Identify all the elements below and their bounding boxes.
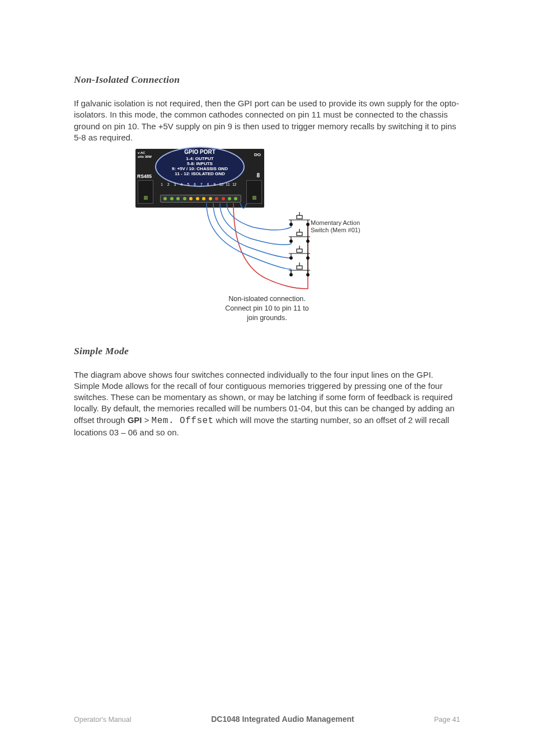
svg-rect-5: [297, 215, 302, 219]
pin-num: 3: [173, 182, 177, 186]
heading-non-isolated: Non-Isolated Connection: [74, 74, 460, 86]
panel-eight: 8: [256, 172, 260, 179]
terminal-dot: [176, 197, 180, 200]
pin-num: 8: [206, 182, 210, 186]
footer-right: Page 41: [434, 716, 460, 724]
svg-rect-12: [297, 232, 302, 236]
svg-point-0: [290, 223, 293, 226]
pin-num: 10: [219, 182, 223, 186]
panel-ac-line1: v AC: [138, 151, 145, 154]
terminal-dot: [202, 197, 205, 200]
svg-point-14: [290, 257, 293, 260]
panel-ac-text: v AC oHz 30W: [138, 151, 152, 158]
pin-number-row: 1 2 3 4 5 6 7 8 9 10 11 12: [160, 182, 237, 186]
switch-label-line2: Switch (Mem #01): [311, 227, 360, 234]
screw-icon: [252, 196, 256, 200]
panel-rs485: RS485: [137, 173, 152, 179]
screw-icon: [144, 196, 148, 200]
svg-point-8: [307, 240, 310, 243]
gpio-line2: 5-8: INPUTS: [161, 161, 239, 166]
lcd-text: Mem. Offset: [152, 416, 214, 426]
port-right: [246, 180, 262, 204]
pin-num: 2: [166, 182, 171, 186]
terminal-dot: [163, 197, 167, 200]
svg-rect-26: [297, 266, 302, 269]
svg-point-15: [307, 257, 310, 260]
gpi-bold: GPI: [128, 415, 142, 425]
para-simple-mode: The diagram above shows four switches co…: [74, 369, 460, 439]
svg-point-21: [290, 274, 293, 276]
pin-num: 5: [186, 182, 190, 186]
pin-num: 11: [226, 182, 230, 186]
svg-rect-19: [297, 249, 302, 252]
diagram-container: v AC oHz 30W GPIO PORT 1-4: OUTPUT 5-8: …: [74, 149, 460, 323]
svg-point-7: [290, 240, 293, 243]
gpio-line3: 9: +5V / 10: CHASSIS GND: [161, 166, 239, 171]
terminal-dot: [222, 197, 225, 200]
terminal-dot: [170, 197, 174, 200]
footer-page-label: Page: [434, 716, 452, 724]
terminal-dot: [234, 197, 237, 200]
switch-label-line1: Momentary Action: [311, 219, 360, 227]
device-panel: v AC oHz 30W GPIO PORT 1-4: OUTPUT 5-8: …: [135, 149, 264, 208]
terminal-dot: [183, 197, 186, 200]
gpio-title: GPIO PORT: [161, 149, 239, 156]
gpio-line1: 1-4: OUTPUT: [161, 156, 239, 161]
pin-num: 9: [212, 182, 217, 186]
port-left: [138, 180, 153, 204]
pin-num: 12: [232, 182, 237, 186]
footer-left: Operator's Manual: [74, 716, 131, 724]
footer-page-num: 41: [452, 716, 460, 724]
svg-point-1: [307, 223, 310, 226]
pin-num: 6: [193, 182, 197, 186]
footer-center: DC1048 Integrated Audio Management: [211, 715, 354, 724]
pin-num: 7: [199, 182, 204, 186]
panel-do: DO: [254, 152, 261, 157]
terminal-strip: [160, 195, 241, 203]
para-non-isolated: If galvanic isolation is not required, t…: [74, 98, 460, 143]
caption-line3: join grounds.: [225, 313, 308, 323]
terminal-dot: [228, 197, 231, 200]
terminal-dot: [209, 197, 212, 200]
terminal-dot: [196, 197, 199, 200]
page-footer: Operator's Manual DC1048 Integrated Audi…: [74, 715, 460, 724]
terminal-dot: [189, 197, 193, 200]
heading-simple-mode: Simple Mode: [74, 345, 460, 357]
panel-ac-line2: oHz 30W: [138, 155, 152, 158]
gt-sep: >: [142, 415, 151, 425]
switch-label: Momentary Action Switch (Mem #01): [311, 219, 360, 234]
gpio-text: GPIO PORT 1-4: OUTPUT 5-8: INPUTS 9: +5V…: [161, 149, 239, 176]
gpio-line4: 11 - 12: ISOLATED GND: [161, 171, 239, 176]
svg-point-22: [307, 274, 310, 276]
pin-num: 4: [179, 182, 184, 186]
pin-num: 1: [160, 182, 164, 186]
terminal-dot: [215, 197, 218, 200]
